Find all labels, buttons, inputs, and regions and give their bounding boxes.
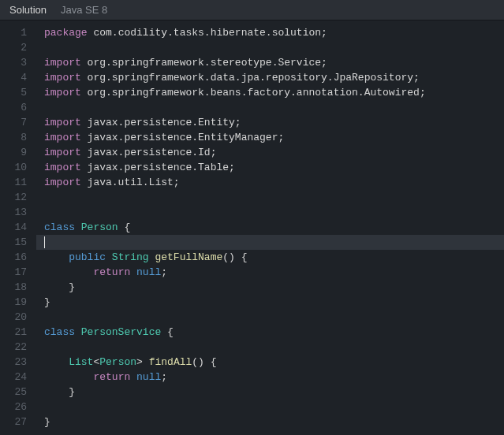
code-token: PersonService <box>81 326 167 338</box>
code-token: () { <box>192 356 216 368</box>
code-token: javax.persistence.EntityManager; <box>88 132 285 143</box>
code-token: package <box>44 27 93 39</box>
code-token: Person <box>81 221 125 233</box>
code-line[interactable]: List<Person> findAll() { <box>36 355 504 370</box>
code-token: import <box>44 162 88 173</box>
code-editor[interactable]: 1234567891011121314151617181920212223242… <box>0 20 504 435</box>
code-token: javax.persistence.Entity; <box>88 117 241 128</box>
line-number: 9 <box>0 145 27 160</box>
code-token: import <box>44 117 88 128</box>
code-token: null <box>136 266 161 278</box>
code-token <box>44 371 93 383</box>
line-number: 26 <box>0 400 27 415</box>
code-line[interactable]: import javax.persistence.EntityManager; <box>36 130 504 145</box>
code-line[interactable] <box>36 400 504 415</box>
code-token: import <box>44 72 88 84</box>
line-number: 17 <box>0 265 27 280</box>
code-token: javax.persistence.Id; <box>88 147 217 158</box>
code-token: org.springframework.data.jpa.repository.… <box>88 72 420 84</box>
code-line[interactable]: import javax.persistence.Id; <box>36 145 504 160</box>
code-token: null <box>136 371 161 383</box>
code-token: import <box>44 147 88 158</box>
code-line[interactable] <box>36 100 504 115</box>
code-line[interactable] <box>36 235 504 250</box>
code-token: List <box>69 356 93 368</box>
code-line[interactable]: } <box>36 295 504 310</box>
code-token: ; <box>161 371 167 383</box>
code-line[interactable]: import org.springframework.stereotype.Se… <box>36 55 504 70</box>
code-line[interactable]: class Person { <box>36 220 504 235</box>
code-line[interactable]: package com.codility.tasks.hibernate.sol… <box>36 25 504 40</box>
code-token: ; <box>161 266 167 278</box>
tab-runtime[interactable]: Java SE 8 <box>61 4 107 16</box>
code-line[interactable] <box>36 205 504 220</box>
code-token: org.springframework.beans.factory.annota… <box>88 87 426 99</box>
code-line[interactable]: import org.springframework.beans.factory… <box>36 85 504 100</box>
code-line[interactable] <box>36 310 504 325</box>
line-number: 7 <box>0 115 27 130</box>
code-token: getFullName <box>155 251 222 263</box>
code-area[interactable]: package com.codility.tasks.hibernate.sol… <box>36 20 504 435</box>
code-token: { <box>124 221 130 233</box>
line-number: 18 <box>0 280 27 295</box>
code-token: com.codility.tasks.hibernate.solution; <box>93 27 327 39</box>
line-number: 21 <box>0 325 27 340</box>
line-number: 16 <box>0 250 27 265</box>
code-line[interactable] <box>36 190 504 205</box>
code-token: } <box>44 416 50 428</box>
code-line[interactable]: public String getFullName() { <box>36 250 504 265</box>
line-number: 14 <box>0 220 27 235</box>
code-token: } <box>44 281 75 293</box>
code-line[interactable]: import java.util.List; <box>36 175 504 190</box>
line-number: 25 <box>0 385 27 400</box>
code-token <box>44 356 69 368</box>
code-line[interactable]: return null; <box>36 265 504 280</box>
code-token: public <box>69 251 112 263</box>
code-token: import <box>44 132 88 143</box>
code-token: () { <box>222 251 247 263</box>
code-token: class <box>44 326 81 338</box>
text-cursor <box>44 236 45 248</box>
line-number: 13 <box>0 205 27 220</box>
code-line[interactable]: import javax.persistence.Table; <box>36 160 504 175</box>
code-token <box>44 266 93 278</box>
line-number-gutter: 1234567891011121314151617181920212223242… <box>0 20 36 435</box>
code-token: import <box>44 57 88 69</box>
code-line[interactable]: return null; <box>36 370 504 385</box>
code-token: import <box>44 177 88 188</box>
code-line[interactable]: } <box>36 385 504 400</box>
code-token: { <box>167 326 174 338</box>
code-line[interactable]: } <box>36 280 504 295</box>
line-number: 22 <box>0 340 27 355</box>
line-number: 11 <box>0 175 27 190</box>
code-line[interactable]: } <box>36 415 504 429</box>
line-number: 8 <box>0 130 27 145</box>
line-number: 15 <box>0 235 27 250</box>
code-token: import <box>44 87 88 99</box>
line-number: 3 <box>0 55 27 70</box>
line-number: 12 <box>0 190 27 205</box>
editor-header: Solution Java SE 8 <box>0 0 504 20</box>
code-token: findAll <box>149 356 192 368</box>
code-token: String <box>112 251 155 263</box>
line-number: 23 <box>0 355 27 370</box>
code-token: return <box>93 266 136 278</box>
line-number: 19 <box>0 295 27 310</box>
code-line[interactable]: class PersonService { <box>36 325 504 340</box>
code-token: return <box>93 371 136 383</box>
line-number: 1 <box>0 25 27 40</box>
line-number: 2 <box>0 40 27 55</box>
line-number: 20 <box>0 310 27 325</box>
code-token: > <box>136 356 149 368</box>
line-number: 6 <box>0 100 27 115</box>
code-line[interactable] <box>36 40 504 55</box>
line-number: 4 <box>0 70 27 85</box>
line-number: 27 <box>0 415 27 429</box>
code-token: javax.persistence.Table; <box>88 162 235 173</box>
tab-solution[interactable]: Solution <box>9 4 47 16</box>
code-token: org.springframework.stereotype.Service; <box>88 57 327 69</box>
code-token <box>44 251 69 263</box>
code-line[interactable]: import org.springframework.data.jpa.repo… <box>36 70 504 85</box>
code-line[interactable] <box>36 340 504 355</box>
code-line[interactable]: import javax.persistence.Entity; <box>36 115 504 130</box>
